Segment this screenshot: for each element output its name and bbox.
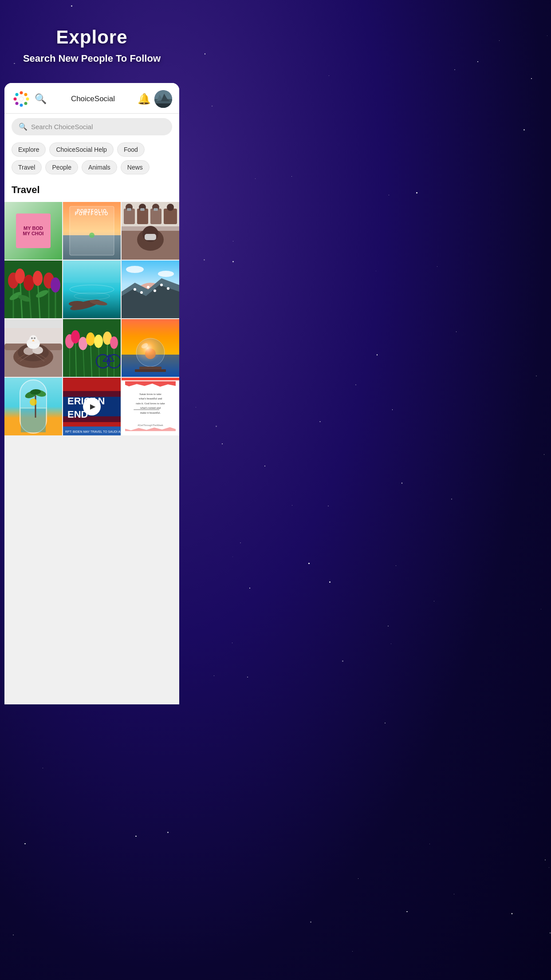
- grid-item-beach-tube[interactable]: [4, 378, 62, 435]
- svg-text:Satan loves to take: Satan loves to take: [139, 392, 161, 395]
- svg-point-115: [136, 338, 165, 367]
- svg-point-69: [160, 284, 163, 286]
- svg-point-102: [86, 332, 95, 346]
- grid-item-cliff[interactable]: [122, 261, 179, 318]
- svg-point-8: [16, 93, 19, 96]
- svg-point-45: [15, 269, 25, 284]
- hero-subtitle: Search New People To Follow: [9, 52, 175, 65]
- svg-point-47: [33, 271, 43, 286]
- svg-rect-59: [63, 261, 121, 283]
- svg-text:#GetThroughTheWeek: #GetThroughTheWeek: [138, 423, 163, 426]
- cliff-image: [122, 261, 179, 318]
- svg-point-65: [134, 288, 136, 291]
- svg-point-7: [14, 97, 17, 100]
- svg-point-67: [147, 286, 150, 288]
- svg-text:PORTFOLIO: PORTFOLIO: [75, 211, 109, 216]
- user-avatar[interactable]: [154, 90, 172, 108]
- grid-item-plane[interactable]: [122, 202, 179, 260]
- grid-item-quote[interactable]: Satan loves to take what's beautiful and…: [122, 378, 179, 435]
- section-title: Travel: [4, 180, 179, 202]
- app-card: 🔍 ChoiceSocial 🔔 🔍 Search ChoiceSocial: [4, 83, 179, 704]
- svg-point-3: [26, 97, 29, 100]
- svg-text:RPT: BIDEN MAY TRAVEL TO SAUDI: RPT: BIDEN MAY TRAVEL TO SAUDI ARABIA FO…: [65, 430, 121, 433]
- hero-section: Explore Search New People To Follow: [0, 0, 184, 79]
- svg-point-70: [167, 287, 169, 290]
- svg-point-100: [71, 330, 80, 344]
- svg-point-101: [79, 337, 87, 350]
- portfolio-image: PORTFOLIO: [63, 202, 121, 260]
- svg-rect-123: [21, 409, 46, 432]
- svg-rect-31: [140, 208, 145, 211]
- svg-rect-24: [150, 209, 161, 224]
- svg-rect-32: [153, 208, 158, 211]
- svg-point-103: [94, 335, 103, 348]
- svg-rect-30: [127, 208, 131, 211]
- header-search-icon[interactable]: 🔍: [35, 93, 47, 105]
- plane-image: [122, 202, 179, 260]
- beach-tube-image: [4, 378, 62, 435]
- svg-text:what's beautiful and: what's beautiful and: [139, 397, 162, 400]
- grid-item-nest[interactable]: [4, 319, 62, 377]
- svg-point-29: [167, 204, 174, 211]
- svg-text:make it beautiful.: make it beautiful.: [140, 411, 161, 414]
- tags-container: Explore ChoiceSocial Help Food Travel Pe…: [4, 139, 179, 180]
- search-bar-icon: 🔍: [19, 122, 28, 131]
- tag-travel[interactable]: Travel: [12, 160, 42, 174]
- svg-rect-118: [135, 369, 166, 372]
- content-grid: PORTFOLIO: [4, 202, 179, 435]
- svg-point-129: [30, 399, 37, 406]
- svg-point-105: [110, 336, 118, 349]
- svg-point-46: [24, 275, 34, 291]
- svg-point-6: [16, 102, 19, 105]
- svg-rect-37: [145, 234, 156, 240]
- tulips-red-image: [4, 261, 62, 318]
- notifications-bell-icon[interactable]: 🔔: [138, 93, 151, 105]
- tag-news[interactable]: News: [121, 160, 150, 174]
- svg-point-5: [20, 103, 23, 107]
- nest-image: [4, 319, 62, 377]
- svg-point-2: [24, 93, 28, 96]
- protest-image: [4, 202, 62, 260]
- svg-point-68: [153, 289, 156, 292]
- avatar-image: [154, 90, 172, 108]
- svg-rect-22: [124, 209, 135, 224]
- tulips-pink-image: [63, 319, 121, 377]
- app-logo[interactable]: [12, 89, 31, 109]
- grid-item-protest[interactable]: [4, 202, 62, 260]
- search-bar-container: 🔍 Search ChoiceSocial: [4, 114, 179, 139]
- svg-text:ruin it. God loves to take: ruin it. God loves to take: [136, 401, 165, 404]
- app-name-label: ChoiceSocial: [52, 95, 134, 103]
- search-input-placeholder: Search ChoiceSocial: [31, 123, 93, 130]
- tag-people[interactable]: People: [45, 160, 78, 174]
- play-button[interactable]: [83, 398, 101, 415]
- tag-animals[interactable]: Animals: [82, 160, 117, 174]
- grid-item-news-video[interactable]: ERICAN END RPT: BIDEN MAY TRAVEL TO SAUD…: [63, 378, 121, 435]
- sunset-ball-image: [122, 319, 179, 377]
- grid-item-sunset-ball[interactable]: [122, 319, 179, 377]
- tag-explore[interactable]: Explore: [12, 142, 46, 157]
- quote-image: Satan loves to take what's beautiful and…: [122, 378, 179, 435]
- svg-point-19: [89, 233, 94, 238]
- tag-choicesocial-help[interactable]: ChoiceSocial Help: [49, 142, 113, 157]
- svg-point-4: [24, 102, 28, 105]
- svg-text:what's ruined and: what's ruined and: [140, 406, 161, 409]
- hero-title: Explore: [9, 27, 175, 48]
- svg-rect-14: [154, 103, 172, 108]
- svg-rect-25: [164, 209, 177, 224]
- svg-point-66: [140, 291, 143, 294]
- svg-point-72: [158, 271, 174, 277]
- svg-rect-90: [4, 319, 62, 328]
- svg-point-71: [126, 266, 144, 273]
- svg-point-1: [20, 91, 23, 94]
- grid-item-portfolio[interactable]: PORTFOLIO: [63, 202, 121, 260]
- water-image: [63, 261, 121, 318]
- svg-point-50: [51, 277, 60, 292]
- grid-item-tulips-red[interactable]: [4, 261, 62, 318]
- grid-item-tulips-pink[interactable]: [63, 319, 121, 377]
- app-header: 🔍 ChoiceSocial 🔔: [4, 83, 179, 114]
- grid-item-water[interactable]: [63, 261, 121, 318]
- search-bar[interactable]: 🔍 Search ChoiceSocial: [12, 118, 172, 135]
- svg-rect-23: [137, 209, 148, 224]
- tag-food[interactable]: Food: [117, 142, 145, 157]
